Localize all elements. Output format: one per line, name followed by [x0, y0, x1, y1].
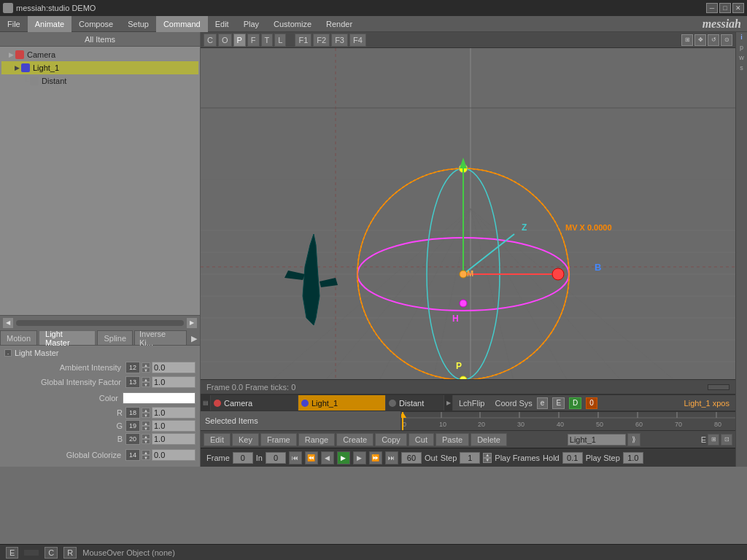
- ambient-up-arrow[interactable]: ▲: [142, 362, 150, 368]
- tab-next-arrow[interactable]: ▶: [188, 332, 200, 345]
- hold-input[interactable]: [562, 452, 583, 464]
- menu-render[interactable]: Render: [319, 16, 360, 32]
- vp-icon-4[interactable]: ⊙: [721, 34, 732, 46]
- in-input[interactable]: [266, 452, 286, 464]
- menu-edit[interactable]: Edit: [208, 16, 236, 32]
- tab-light-master[interactable]: Light Master: [39, 330, 96, 345]
- b-input[interactable]: [152, 433, 196, 445]
- vp-icon-1[interactable]: ⊞: [681, 34, 693, 46]
- gc-down[interactable]: ▼: [142, 455, 150, 460]
- collapse-button[interactable]: -: [4, 349, 12, 357]
- frame-btn[interactable]: Frame: [260, 433, 297, 446]
- vp-btn-f2[interactable]: F2: [313, 34, 330, 47]
- r-down[interactable]: ▼: [142, 413, 150, 418]
- dropdown-distant-row[interactable]: Distant: [386, 395, 444, 411]
- global-up-arrow[interactable]: ▲: [142, 377, 150, 382]
- r-up[interactable]: ▲: [142, 408, 150, 413]
- g-up[interactable]: ▲: [142, 421, 150, 426]
- paste-btn[interactable]: Paste: [436, 433, 469, 446]
- close-button[interactable]: ✕: [732, 3, 744, 13]
- transport-prev[interactable]: ⏪: [305, 451, 318, 464]
- b-down[interactable]: ▼: [142, 439, 150, 444]
- coord-E-btn[interactable]: E: [552, 397, 565, 409]
- coord-e-btn[interactable]: e: [537, 397, 549, 409]
- edit-btn[interactable]: Edit: [204, 433, 231, 446]
- menu-customize[interactable]: Customize: [266, 16, 319, 32]
- delete-btn[interactable]: Delete: [471, 433, 507, 446]
- vp-btn-p[interactable]: P: [233, 34, 246, 47]
- tree-item-camera[interactable]: ▶ Camera: [1, 48, 198, 61]
- gc-up[interactable]: ▲: [142, 450, 150, 455]
- ambient-down-arrow[interactable]: ▼: [142, 368, 150, 373]
- status-r[interactable]: R: [63, 547, 77, 559]
- status-e[interactable]: E: [6, 547, 18, 559]
- step-up[interactable]: ▲: [483, 453, 492, 458]
- tab-spline[interactable]: Spline: [97, 330, 133, 345]
- tree-item-light1[interactable]: ▶ Light_1: [1, 61, 198, 74]
- dropdown-light1-row[interactable]: Light_1: [298, 395, 386, 411]
- transport-rewind[interactable]: ⏮: [289, 451, 302, 464]
- timeline-ruler[interactable]: 0 10 20 30 40 50 60 70: [401, 411, 735, 430]
- track-icon-1[interactable]: ⊞: [708, 434, 719, 446]
- vp-icon-3[interactable]: ↺: [708, 34, 719, 46]
- vp-btn-l[interactable]: L: [274, 34, 286, 47]
- vp-btn-f[interactable]: F: [247, 34, 260, 47]
- transport-back1[interactable]: ◀: [321, 451, 334, 464]
- status-c[interactable]: C: [44, 547, 58, 559]
- tab-motion[interactable]: Motion: [0, 330, 37, 345]
- dropdown-scroll[interactable]: ▶: [444, 395, 453, 411]
- step-input[interactable]: [460, 452, 480, 464]
- b-up[interactable]: ▲: [142, 434, 150, 439]
- global-colorize-input[interactable]: [152, 449, 196, 461]
- g-input[interactable]: [152, 420, 196, 432]
- vp-btn-f1[interactable]: F1: [295, 34, 311, 47]
- track-end-icon[interactable]: ⟫: [627, 433, 640, 446]
- vp-btn-o[interactable]: O: [218, 34, 232, 47]
- scroll-bar[interactable]: [16, 320, 184, 326]
- info-i-btn[interactable]: i: [738, 34, 746, 42]
- coord-D-btn[interactable]: D: [569, 397, 581, 409]
- transport-next[interactable]: ⏩: [369, 451, 382, 464]
- vp-btn-f3[interactable]: F3: [331, 34, 348, 47]
- tree-item-distant[interactable]: └ Distant: [1, 74, 198, 88]
- move-icon[interactable]: ◀: [3, 318, 13, 328]
- info-p-btn[interactable]: p: [738, 44, 746, 52]
- move-right-icon[interactable]: ▶: [187, 318, 197, 328]
- global-intensity-input[interactable]: [152, 376, 196, 388]
- transport-play[interactable]: ▶: [337, 451, 350, 464]
- menu-file[interactable]: File: [0, 16, 28, 32]
- color-swatch[interactable]: [123, 392, 196, 404]
- info-s-btn[interactable]: s: [738, 64, 746, 73]
- menu-animate[interactable]: Animate: [28, 16, 71, 32]
- frame-input[interactable]: [233, 452, 253, 464]
- minimize-button[interactable]: ─: [706, 3, 718, 13]
- g-down[interactable]: ▼: [142, 426, 150, 431]
- menu-compose[interactable]: Compose: [71, 16, 120, 32]
- maximize-button[interactable]: □: [719, 3, 731, 13]
- lchflip-label[interactable]: LchFlip: [459, 399, 484, 408]
- step-down[interactable]: ▼: [483, 458, 492, 463]
- coord-0-btn[interactable]: 0: [586, 397, 597, 409]
- viewport-3d[interactable]: B Z H P M MV X 0.0000: [201, 48, 735, 379]
- ambient-intensity-input[interactable]: [152, 362, 196, 373]
- global-down-arrow[interactable]: ▼: [142, 382, 150, 387]
- range-btn[interactable]: Range: [298, 433, 335, 446]
- vp-icon-2[interactable]: ✥: [694, 34, 706, 46]
- create-btn[interactable]: Create: [336, 433, 374, 446]
- cut-btn[interactable]: Cut: [409, 433, 434, 446]
- vp-btn-f4[interactable]: F4: [349, 34, 366, 47]
- end-frame-input[interactable]: [401, 452, 422, 464]
- vp-btn-c[interactable]: C: [204, 34, 217, 47]
- vp-btn-t[interactable]: T: [261, 34, 274, 47]
- key-btn[interactable]: Key: [232, 433, 259, 446]
- r-input[interactable]: [152, 407, 196, 419]
- menu-setup[interactable]: Setup: [120, 16, 156, 32]
- tab-inverse-k[interactable]: Inverse Ki...: [134, 330, 187, 345]
- transport-end[interactable]: ⏭: [385, 451, 398, 464]
- menu-play[interactable]: Play: [236, 16, 266, 32]
- menu-command[interactable]: Command: [156, 16, 208, 32]
- play-step-input[interactable]: [623, 452, 643, 464]
- copy-btn[interactable]: Copy: [375, 433, 407, 446]
- transport-next1[interactable]: ▶: [353, 451, 366, 464]
- dropdown-trigger[interactable]: Camera: [211, 395, 298, 411]
